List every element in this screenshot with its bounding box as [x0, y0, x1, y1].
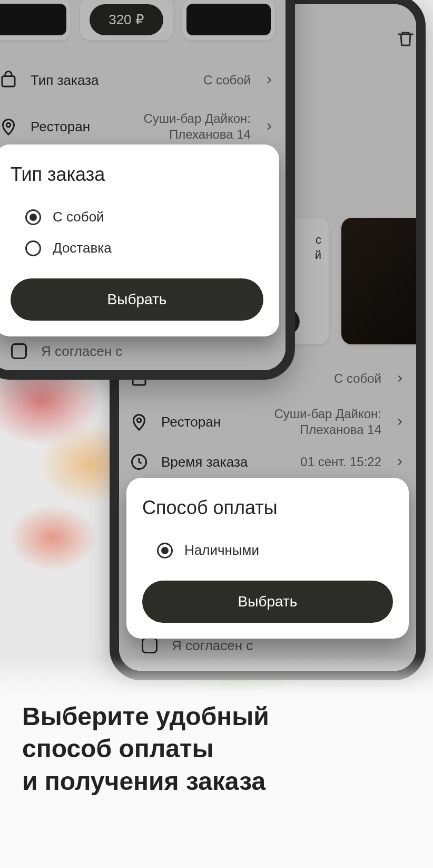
payment-method-dialog: Способ оплаты Наличными Выбрать	[126, 478, 409, 639]
radio-label: Доставка	[53, 240, 112, 256]
phone-mock-primary: 320 ₽ Тип заказа С собой Ресторан Суш	[0, 0, 295, 380]
radio-label: С собой	[53, 209, 104, 225]
order-type-dialog: Тип заказа С собой Доставка Выбрать	[0, 144, 279, 336]
dialog-title: Тип заказа	[11, 163, 263, 186]
radio-label: Наличными	[184, 542, 259, 558]
radio-takeaway[interactable]: С собой	[11, 201, 263, 233]
radio-indicator	[25, 240, 41, 256]
radio-indicator	[157, 543, 173, 558]
radio-cash[interactable]: Наличными	[142, 535, 393, 566]
select-button[interactable]: Выбрать	[142, 581, 393, 623]
radio-delivery[interactable]: Доставка	[11, 233, 263, 264]
marketing-headline: Выберите удобный способ оплаты и получен…	[22, 700, 411, 797]
marketing-panel: Выберите удобный способ оплаты и получен…	[0, 657, 433, 868]
radio-indicator	[25, 209, 41, 225]
trash-icon[interactable]	[396, 30, 415, 51]
dialog-title: Способ оплаты	[142, 497, 393, 519]
select-button[interactable]: Выбрать	[11, 278, 263, 321]
